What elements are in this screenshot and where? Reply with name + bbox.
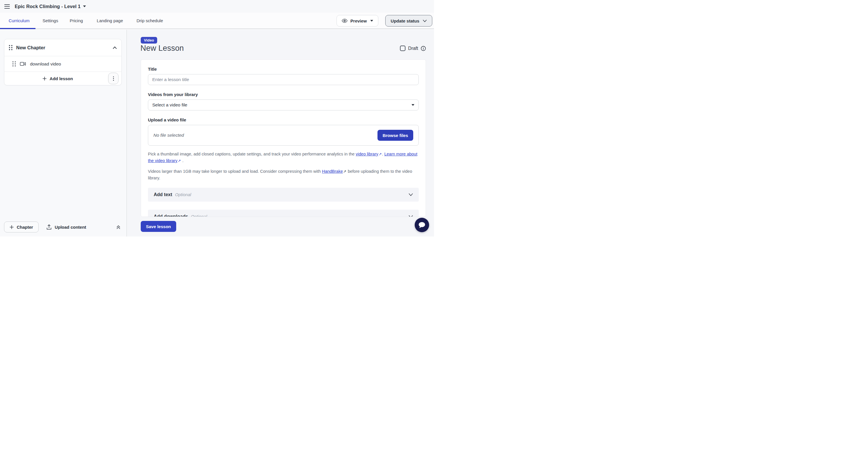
- video-library-select[interactable]: Select a video file: [148, 99, 419, 111]
- add-chapter-label: Chapter: [17, 225, 33, 229]
- help-text-segment: Videos larger than 1GB may take longer t…: [148, 169, 322, 174]
- video-library-help-text: Pick a thumbnail image, add closed capti…: [148, 151, 419, 164]
- add-lesson-label: Add lesson: [50, 76, 73, 81]
- drag-handle-icon[interactable]: [9, 45, 12, 50]
- tab-pricing[interactable]: Pricing: [70, 13, 83, 29]
- library-field-label: Videos from your library: [148, 92, 419, 97]
- lesson-page-title: New Lesson: [141, 44, 184, 53]
- eye-icon: [342, 19, 347, 23]
- course-title[interactable]: Epic Rock Climbing - Level 1: [15, 4, 81, 9]
- no-file-selected-text: No file selected: [153, 133, 184, 138]
- lesson-title: download video: [30, 61, 61, 67]
- add-text-label: Add text: [154, 192, 172, 197]
- collapse-all-icon[interactable]: [116, 225, 121, 229]
- add-lesson-button[interactable]: Add lesson: [42, 76, 73, 81]
- file-upload-box: No file selected Browse files: [148, 125, 419, 146]
- select-caret-down-icon: [411, 104, 414, 106]
- chapter-options-kebab-button[interactable]: [108, 73, 119, 84]
- update-status-label: Update status: [391, 19, 419, 23]
- add-text-accordion[interactable]: Add text Optional: [148, 188, 419, 201]
- optional-label: Optional: [175, 192, 191, 197]
- tab-landing-page[interactable]: Landing page: [97, 13, 123, 29]
- top-header: Epic Rock Climbing - Level 1: [0, 0, 434, 13]
- help-text-segment: Pick a thumbnail image, add closed capti…: [148, 152, 356, 156]
- speech-bubble-icon: [418, 221, 426, 228]
- chevron-down-icon: [409, 215, 413, 217]
- plus-icon: [9, 225, 14, 229]
- upload-icon: [46, 224, 52, 230]
- upload-content-button[interactable]: Upload content: [46, 224, 86, 230]
- preview-caret-down-icon: [370, 20, 373, 22]
- chapter-card-footer: Add lesson: [4, 71, 121, 85]
- tab-curriculum[interactable]: Curriculum: [0, 13, 35, 29]
- preview-button[interactable]: Preview: [337, 15, 378, 27]
- sidebar-footer: Chapter Upload content: [4, 221, 123, 232]
- course-title-caret-down-icon[interactable]: [83, 5, 86, 7]
- chapter-card: New Chapter download video Add lesson: [4, 39, 122, 85]
- lesson-form-card: Title Videos from your library Select a …: [141, 59, 426, 217]
- chevron-up-icon[interactable]: [113, 46, 117, 49]
- lesson-editor: Video New Lesson Draft Title Videos from…: [127, 30, 434, 236]
- plus-icon: [42, 76, 47, 81]
- chat-widget-button[interactable]: [415, 218, 429, 232]
- tab-settings[interactable]: Settings: [43, 13, 58, 29]
- external-link-icon: ↗: [177, 158, 181, 164]
- video-camera-icon: [20, 62, 26, 66]
- chapter-title: New Chapter: [16, 45, 45, 51]
- lesson-row[interactable]: download video: [4, 56, 121, 71]
- help-text-segment: .: [382, 152, 384, 156]
- compression-help-text: Videos larger than 1GB may take longer t…: [148, 168, 419, 181]
- title-field-label: Title: [148, 67, 419, 71]
- lesson-type-badge: Video: [141, 37, 157, 43]
- add-downloads-label: Add downloads: [154, 214, 188, 217]
- info-icon[interactable]: [421, 46, 426, 51]
- drag-handle-icon[interactable]: [12, 61, 16, 67]
- help-text-segment: .: [181, 158, 183, 163]
- upload-content-label: Upload content: [55, 225, 86, 229]
- update-status-button[interactable]: Update status: [385, 15, 432, 27]
- preview-button-label: Preview: [350, 19, 367, 23]
- upload-field-label: Upload a video file: [148, 117, 419, 122]
- optional-label: Optional: [191, 214, 207, 217]
- draft-toggle-group: Draft: [400, 45, 426, 51]
- video-library-link[interactable]: video library: [356, 152, 378, 156]
- add-downloads-accordion[interactable]: Add downloads Optional: [148, 210, 419, 217]
- curriculum-sidebar: New Chapter download video Add lesson: [0, 30, 127, 236]
- browse-files-button[interactable]: Browse files: [377, 130, 413, 141]
- tab-bar: Curriculum Settings Pricing Landing page…: [0, 13, 434, 29]
- video-library-selected-value: Select a video file: [152, 102, 187, 107]
- external-link-icon: ↗: [343, 169, 347, 175]
- chevron-down-icon: [423, 20, 427, 22]
- draft-label: Draft: [408, 46, 418, 51]
- external-link-icon: ↗: [378, 151, 382, 157]
- chevron-down-icon: [409, 193, 413, 196]
- header-actions: Preview Update status: [337, 15, 432, 27]
- draft-checkbox[interactable]: [400, 45, 405, 51]
- handbrake-link[interactable]: HandBrake: [322, 169, 343, 174]
- add-chapter-button[interactable]: Chapter: [4, 221, 39, 232]
- hamburger-menu-icon[interactable]: [4, 4, 10, 9]
- lesson-title-input[interactable]: [148, 74, 419, 85]
- save-lesson-button[interactable]: Save lesson: [141, 221, 176, 232]
- tab-drip-schedule[interactable]: Drip schedule: [137, 13, 163, 29]
- chapter-header[interactable]: New Chapter: [4, 39, 121, 56]
